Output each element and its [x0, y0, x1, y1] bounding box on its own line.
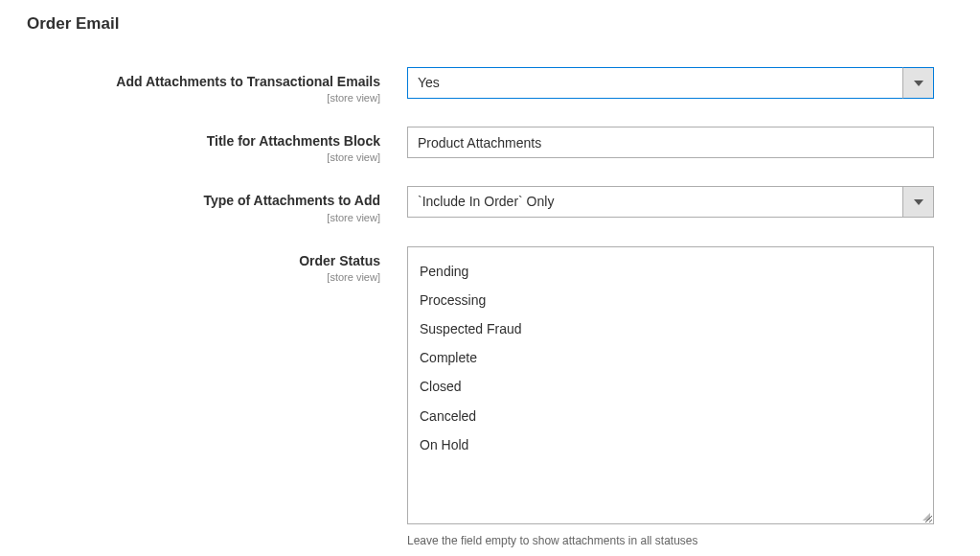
- field-order-status: Order Status [store view] Pending Proces…: [19, 246, 961, 547]
- order-status-multiselect[interactable]: Pending Processing Suspected Fraud Compl…: [407, 246, 934, 524]
- label-column: Add Attachments to Transactional Emails …: [19, 67, 407, 104]
- field-label: Type of Attachments to Add: [19, 192, 380, 209]
- field-type-attachments: Type of Attachments to Add [store view] …: [19, 186, 961, 222]
- status-option[interactable]: Complete: [420, 343, 922, 372]
- dropdown-arrow-icon[interactable]: [902, 186, 934, 218]
- select-value: Yes: [407, 67, 902, 99]
- field-scope: [store view]: [19, 212, 380, 223]
- status-option[interactable]: Suspected Fraud: [420, 314, 922, 343]
- dropdown-arrow-icon[interactable]: [902, 67, 934, 99]
- label-column: Title for Attachments Block [store view]: [19, 127, 407, 163]
- status-option[interactable]: Canceled: [420, 402, 922, 430]
- label-column: Order Status [store view]: [19, 246, 407, 283]
- resize-handle-icon: [921, 511, 932, 522]
- input-column: `Include In Order` Only: [407, 186, 934, 218]
- field-label: Title for Attachments Block: [19, 132, 380, 150]
- status-option[interactable]: Pending: [420, 257, 922, 286]
- input-column: Yes: [407, 67, 934, 99]
- type-attachments-select[interactable]: `Include In Order` Only: [407, 186, 934, 218]
- input-column: [407, 127, 934, 158]
- input-column: Pending Processing Suspected Fraud Compl…: [407, 246, 934, 547]
- field-note: Leave the field empty to show attachment…: [407, 534, 934, 547]
- field-scope: [store view]: [19, 92, 380, 104]
- field-label: Add Attachments to Transactional Emails: [19, 73, 380, 90]
- field-scope: [store view]: [19, 271, 380, 283]
- field-label: Order Status: [19, 252, 380, 269]
- field-title-block: Title for Attachments Block [store view]: [19, 127, 961, 163]
- title-block-input[interactable]: [407, 127, 934, 158]
- label-column: Type of Attachments to Add [store view]: [19, 186, 407, 222]
- status-option[interactable]: Closed: [420, 372, 922, 401]
- status-option[interactable]: Processing: [420, 286, 922, 314]
- add-attachments-select[interactable]: Yes: [407, 67, 934, 99]
- field-scope: [store view]: [19, 151, 380, 163]
- section-title: Order Email: [19, 14, 961, 34]
- select-value: `Include In Order` Only: [407, 186, 902, 218]
- field-add-attachments: Add Attachments to Transactional Emails …: [19, 67, 961, 104]
- status-option[interactable]: On Hold: [420, 430, 922, 459]
